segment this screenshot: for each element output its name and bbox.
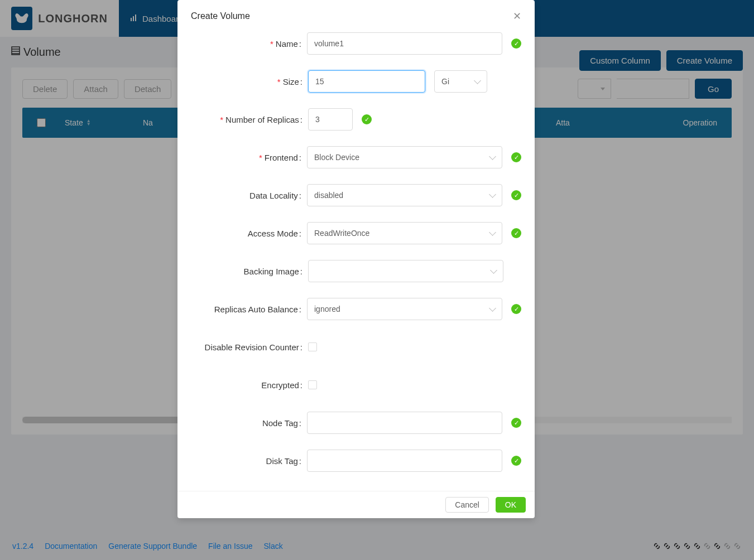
frontend-select[interactable]: Block Device bbox=[307, 146, 502, 168]
row-encrypted: Encrypted bbox=[191, 374, 521, 396]
row-revision-counter: Disable Revision Counter bbox=[191, 336, 521, 358]
row-access-mode: Access Mode ReadWriteOnce ✓ bbox=[191, 222, 521, 244]
check-icon: ✓ bbox=[511, 304, 521, 314]
row-name: Name ✓ bbox=[191, 32, 521, 55]
label-encrypted: Encrypted bbox=[191, 380, 308, 390]
check-icon: ✓ bbox=[511, 38, 521, 49]
row-data-locality: Data Locality disabled ✓ bbox=[191, 184, 521, 206]
label-access-mode: Access Mode bbox=[191, 229, 307, 238]
row-backing-image: Backing Image bbox=[191, 260, 521, 282]
row-size: Size Gi bbox=[191, 70, 521, 93]
check-icon: ✓ bbox=[362, 114, 372, 124]
check-icon: ✓ bbox=[511, 418, 521, 428]
backing-image-select[interactable] bbox=[308, 260, 503, 282]
ok-button[interactable]: OK bbox=[496, 497, 526, 513]
label-disk-tag: Disk Tag bbox=[191, 456, 307, 466]
modal-header: Create Volume ✕ bbox=[177, 0, 535, 32]
modal-body: Name ✓ Size Gi Number of Replicas ✓ Fron… bbox=[177, 32, 535, 491]
row-auto-balance: Replicas Auto Balance ignored ✓ bbox=[191, 298, 521, 320]
label-auto-balance: Replicas Auto Balance bbox=[191, 305, 307, 314]
label-data-locality: Data Locality bbox=[191, 191, 307, 200]
auto-balance-select[interactable]: ignored bbox=[307, 298, 502, 320]
check-icon: ✓ bbox=[511, 190, 521, 200]
label-size: Size bbox=[191, 77, 308, 86]
create-volume-modal: Create Volume ✕ Name ✓ Size Gi Number of… bbox=[177, 0, 535, 518]
close-icon[interactable]: ✕ bbox=[513, 10, 521, 22]
modal-title: Create Volume bbox=[191, 11, 250, 21]
node-tag-input[interactable] bbox=[307, 412, 502, 434]
label-revision-counter: Disable Revision Counter bbox=[191, 342, 308, 352]
access-mode-select[interactable]: ReadWriteOnce bbox=[307, 222, 502, 244]
disk-tag-input[interactable] bbox=[307, 450, 502, 472]
label-node-tag: Node Tag bbox=[191, 418, 307, 428]
label-backing-image: Backing Image bbox=[191, 267, 308, 276]
cancel-button[interactable]: Cancel bbox=[445, 497, 489, 513]
row-disk-tag: Disk Tag ✓ bbox=[191, 450, 521, 472]
encrypted-checkbox[interactable] bbox=[308, 380, 317, 389]
row-frontend: Frontend Block Device ✓ bbox=[191, 146, 521, 168]
name-input[interactable] bbox=[307, 32, 502, 55]
label-frontend: Frontend bbox=[191, 153, 307, 162]
modal-footer: Cancel OK bbox=[177, 491, 535, 518]
check-icon: ✓ bbox=[511, 152, 521, 162]
row-replicas: Number of Replicas ✓ bbox=[191, 108, 521, 131]
size-unit-select[interactable]: Gi bbox=[434, 70, 487, 93]
check-icon: ✓ bbox=[511, 228, 521, 238]
label-name: Name bbox=[191, 39, 307, 49]
data-locality-select[interactable]: disabled bbox=[307, 184, 502, 206]
label-replicas: Number of Replicas bbox=[191, 115, 308, 124]
replicas-input[interactable] bbox=[308, 108, 353, 131]
check-icon: ✓ bbox=[511, 456, 521, 466]
size-input[interactable] bbox=[308, 70, 425, 93]
row-node-tag: Node Tag ✓ bbox=[191, 412, 521, 434]
revision-counter-checkbox[interactable] bbox=[308, 342, 317, 351]
